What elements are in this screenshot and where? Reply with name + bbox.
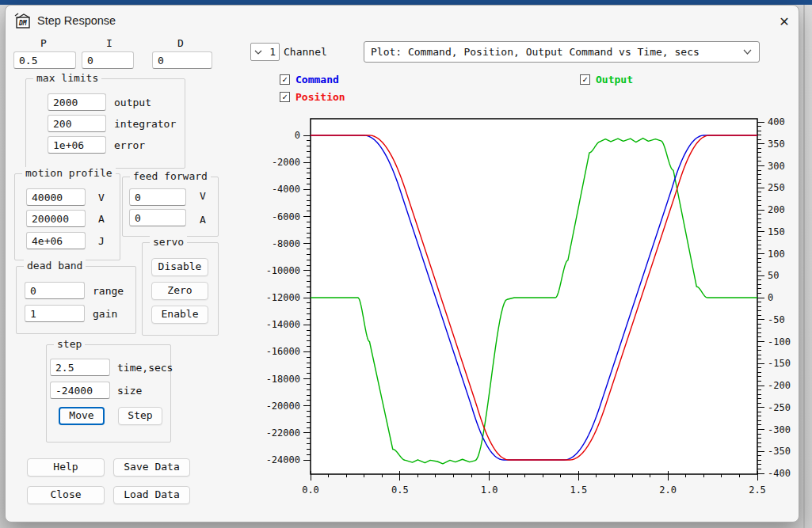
max-output-field[interactable] — [48, 93, 106, 111]
output-checkbox-label: Output — [596, 74, 633, 85]
svg-text:250: 250 — [768, 182, 785, 193]
svg-text:0: 0 — [768, 292, 773, 303]
max-limits-title: max limits — [33, 72, 101, 84]
i-gain-field[interactable] — [82, 51, 134, 69]
position-checkbox[interactable]: ✓ Position — [280, 91, 345, 103]
max-integrator-label: integrator — [114, 118, 176, 130]
d-label: D — [165, 37, 196, 49]
servo-enable-button[interactable]: Enable — [151, 306, 208, 324]
step-time-field[interactable] — [50, 359, 110, 376]
p-gain-field[interactable] — [13, 51, 76, 69]
chevron-down-icon — [254, 50, 262, 55]
step-time-label: time,secs — [117, 362, 173, 374]
max-error-field[interactable] — [48, 136, 106, 154]
dead-band-gain-field[interactable] — [25, 305, 85, 322]
ff-velocity-label: V — [200, 190, 206, 202]
channel-select[interactable]: 1 — [250, 43, 280, 61]
servo-disable-button[interactable]: Disable — [151, 258, 208, 276]
svg-text:2.5: 2.5 — [749, 484, 766, 496]
svg-text:-100: -100 — [768, 336, 791, 348]
svg-text:100: 100 — [768, 249, 785, 260]
max-output-label: output — [114, 97, 151, 108]
ff-velocity-field[interactable] — [129, 188, 186, 206]
help-button[interactable]: Help — [27, 458, 105, 477]
servo-zero-button[interactable]: Zero — [151, 282, 208, 300]
background-window-edge — [803, 5, 805, 528]
svg-text:-8000: -8000 — [272, 238, 300, 249]
svg-text:350: 350 — [768, 139, 785, 150]
acceleration-label: A — [98, 213, 105, 225]
svg-text:0.5: 0.5 — [391, 484, 409, 496]
dead-band-title: dead band — [24, 260, 86, 272]
jerk-field[interactable] — [26, 232, 86, 249]
plot-type-select[interactable]: Plot: Command, Position, Output Command … — [364, 41, 760, 63]
checkmark-icon: ✓ — [280, 92, 290, 102]
svg-text:-350: -350 — [768, 446, 791, 457]
svg-text:-250: -250 — [768, 402, 791, 413]
output-checkbox[interactable]: ✓ Output — [580, 74, 633, 85]
channel-value: 1 — [262, 46, 279, 58]
checkmark-icon: ✓ — [280, 74, 290, 85]
velocity-field[interactable] — [26, 188, 86, 206]
plot-type-selected: Plot: Command, Position, Output Command … — [364, 46, 743, 58]
svg-text:-400: -400 — [768, 468, 791, 479]
p-label: P — [28, 37, 59, 49]
svg-text:-2000: -2000 — [272, 157, 300, 168]
step-response-dialog: DM Step Response ✕ P I D max limits outp… — [5, 5, 799, 522]
max-error-label: error — [114, 139, 145, 151]
svg-text:-12000: -12000 — [266, 292, 300, 303]
app-icon: DM — [14, 13, 32, 30]
svg-text:50: 50 — [768, 270, 779, 281]
svg-text:2.0: 2.0 — [659, 484, 677, 496]
svg-text:-4000: -4000 — [272, 184, 300, 195]
ff-acceleration-label: A — [200, 214, 206, 226]
max-integrator-field[interactable] — [48, 115, 106, 132]
window-title: Step Response — [37, 14, 116, 27]
svg-text:0.0: 0.0 — [302, 484, 319, 496]
svg-text:-18000: -18000 — [266, 374, 300, 385]
ff-acceleration-field[interactable] — [129, 209, 186, 226]
svg-text:-14000: -14000 — [266, 319, 300, 330]
svg-text:1.0: 1.0 — [481, 484, 498, 496]
dead-band-range-label: range — [93, 285, 124, 297]
close-button[interactable]: Close — [27, 486, 105, 504]
d-gain-field[interactable] — [152, 51, 212, 69]
svg-text:-150: -150 — [768, 358, 791, 369]
step-title: step — [54, 338, 85, 350]
motion-profile-title: motion profile — [22, 167, 116, 179]
command-checkbox[interactable]: ✓ Command — [280, 74, 339, 85]
dead-band-range-field[interactable] — [25, 282, 85, 299]
step-size-field[interactable] — [50, 382, 110, 399]
command-checkbox-label: Command — [295, 74, 339, 85]
load-data-button[interactable]: Load Data — [113, 486, 190, 504]
close-icon[interactable]: ✕ — [773, 11, 795, 32]
save-data-button[interactable]: Save Data — [113, 458, 190, 477]
left-axis: 0-2000-4000-6000-8000-10000-12000-14000-… — [266, 130, 311, 465]
jerk-label: J — [98, 235, 105, 247]
svg-text:-50: -50 — [768, 314, 785, 325]
svg-text:-300: -300 — [768, 424, 791, 435]
step-button[interactable]: Step — [118, 407, 162, 425]
svg-text:0: 0 — [295, 130, 300, 141]
svg-text:400: 400 — [768, 116, 785, 127]
svg-text:1.5: 1.5 — [570, 484, 588, 496]
svg-text:200: 200 — [768, 204, 785, 215]
checkmark-icon: ✓ — [580, 74, 590, 85]
svg-text:-22000: -22000 — [266, 427, 300, 439]
servo-title: servo — [150, 236, 187, 248]
svg-text:150: 150 — [768, 226, 785, 237]
right-axis: 400350300250200150100500-50-100-150-200-… — [757, 116, 791, 479]
svg-text:DM: DM — [18, 20, 28, 27]
titlebar[interactable]: DM Step Response ✕ — [6, 6, 799, 36]
step-size-label: size — [117, 385, 142, 397]
svg-text:-10000: -10000 — [266, 265, 300, 276]
channel-label: Channel — [284, 46, 327, 58]
velocity-label: V — [98, 192, 105, 203]
i-label: I — [93, 37, 125, 49]
step-response-plot: 0.00.51.01.52.02.50-2000-4000-6000-8000-… — [265, 112, 797, 507]
dead-band-group: dead band — [16, 266, 136, 334]
acceleration-field[interactable] — [26, 210, 86, 227]
move-button[interactable]: Move — [59, 407, 105, 425]
svg-text:-20000: -20000 — [266, 401, 300, 412]
position-checkbox-label: Position — [295, 91, 345, 103]
